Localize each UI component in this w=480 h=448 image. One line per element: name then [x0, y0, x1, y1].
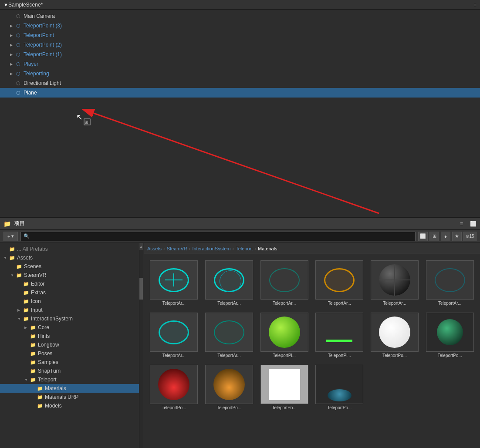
expand-arrow: ▶	[9, 71, 14, 76]
hierarchy-item-teleporting[interactable]: ▶ ⬡ Teleporting	[0, 69, 480, 78]
ftree-item-models[interactable]: 📁 Models	[0, 401, 139, 410]
project-tab-label[interactable]: 项目	[14, 220, 25, 227]
asset-item-ta4[interactable]: TeleportAr...	[314, 259, 365, 307]
hierarchy-item-player[interactable]: ▶ ⬡ Player	[0, 59, 480, 69]
ftree-item-samples[interactable]: 📁 Samples	[0, 358, 139, 367]
ftree-item-icon[interactable]: 📁 Icon	[0, 297, 139, 306]
asset-item-tp8[interactable]: TeleportPo...	[314, 363, 365, 412]
asset-thumb	[371, 260, 419, 300]
ftree-item-interaction-system[interactable]: ▼ 📁 InteractionSystem	[0, 314, 139, 323]
scroll-up-btn[interactable]: ▲	[139, 243, 143, 250]
hierarchy-item-main-camera[interactable]: ⬡ Main Camera	[0, 11, 480, 21]
ftree-item-longbow[interactable]: 📁 Longbow	[0, 340, 139, 349]
expand-arrow: ▼	[17, 317, 23, 321]
asset-thumb	[260, 260, 308, 300]
asset-thumb	[150, 365, 198, 404]
expand-arrow: ▶	[9, 42, 14, 47]
asset-item-ta3[interactable]: TeleportAr...	[258, 259, 310, 307]
ftree-item-snapturn[interactable]: 📁 SnapTurn	[0, 367, 139, 375]
asset-label: TeleportAr...	[328, 301, 351, 306]
ftree-item-assets[interactable]: ▼ 📁 Assets	[0, 253, 139, 262]
hierarchy-item-plane[interactable]: ⬡ Plane	[0, 88, 480, 98]
ftree-item-scenes[interactable]: 📁 Scenes	[0, 262, 139, 271]
asset-item-tp2[interactable]: TeleportPl...	[314, 311, 365, 360]
scene-name: SampleScene*	[8, 2, 43, 8]
cube-icon: ⬡	[15, 13, 22, 20]
asset-item-tp5[interactable]: TeleportPo...	[148, 363, 200, 412]
hierarchy-item-teleport-point-3[interactable]: ▶ ⬡ TeleportPoint (3)	[0, 21, 480, 30]
ftree-item-teleport[interactable]: ▼ 📁 Teleport	[0, 375, 139, 384]
breadcrumb-steamvr[interactable]: SteamVR	[167, 246, 187, 251]
ftree-item-materials[interactable]: 📁 Materials	[0, 384, 139, 393]
ftree-item-core[interactable]: ▶ 📁 Core	[0, 323, 139, 332]
ftree-label: Models	[45, 403, 62, 409]
ftree-label: InteractionSystem	[31, 316, 73, 322]
filter-icon[interactable]: ♦	[441, 232, 450, 241]
item-label: TeleportPoint (3)	[24, 23, 62, 29]
breadcrumb-teleport[interactable]: Teleport	[236, 246, 253, 251]
toolbar-icons-group: ⬜ ⊞ ♦ ★ ⊘15	[418, 232, 477, 241]
item-label: Teleporting	[24, 71, 49, 77]
search-box[interactable]: 🔍	[20, 232, 416, 241]
folder-icon: 📁	[23, 280, 30, 287]
search-input[interactable]	[31, 234, 412, 239]
asset-label: TeleportAr...	[217, 353, 240, 358]
asset-item-tp1[interactable]: TeleportPl...	[258, 311, 310, 360]
scrollbar-thumb[interactable]	[139, 278, 143, 300]
ftree-item-steamvr[interactable]: ▼ 📁 SteamVR	[0, 271, 139, 280]
add-button[interactable]: + ▾	[3, 232, 18, 241]
asset-item-ta6[interactable]: TeleportAr...	[424, 259, 476, 307]
project-body: 📁 ... All Prefabs ▼ 📁 Assets 📁 Scenes	[0, 243, 480, 448]
asset-thumb	[205, 313, 253, 352]
ftree-item-editor[interactable]: 📁 Editor	[0, 280, 139, 288]
maximize-icon[interactable]: ⬜	[470, 221, 477, 227]
hierarchy-menu-icon[interactable]: ≡	[474, 2, 477, 7]
ftree-label: Extras	[31, 290, 46, 296]
asset-item-ta8[interactable]: TeleportAr...	[203, 311, 255, 360]
size-icon[interactable]: ⊘15	[463, 232, 477, 241]
hierarchy-item-directional-light[interactable]: ⬡ Directional Light	[0, 78, 480, 88]
hierarchy-item-teleport-point-1[interactable]: ▶ ⬡ TeleportPoint (1)	[0, 50, 480, 59]
folder-icon: 📁	[30, 333, 37, 340]
breadcrumb-assets[interactable]: Assets	[147, 246, 162, 251]
asset-item-tp7[interactable]: TeleportPo...	[258, 363, 310, 412]
ftree-item-poses[interactable]: 📁 Poses	[0, 349, 139, 358]
grid-view-icon[interactable]: ⬜	[418, 232, 428, 241]
expand-arrow	[9, 13, 14, 19]
asset-item-ta7[interactable]: TeleportAr...	[148, 311, 200, 360]
list-view-icon[interactable]: ⊞	[429, 232, 439, 241]
expand-arrow: ▼	[10, 273, 16, 277]
ftree-label: Longbow	[38, 342, 59, 348]
cube-icon: ⬡	[15, 32, 22, 39]
folder-icon: 📁	[30, 341, 37, 348]
asset-item-ta5[interactable]: TeleportAr...	[369, 259, 421, 307]
asset-thumb	[315, 313, 363, 352]
asset-item-tp3[interactable]: TeleportPo...	[369, 311, 421, 360]
ftree-label: Input	[31, 307, 43, 313]
ftree-label: Editor	[31, 281, 44, 287]
file-tree-scrollbar[interactable]: ▲	[139, 243, 143, 448]
ftree-item-input[interactable]: ▶ 📁 Input	[0, 306, 139, 314]
hierarchy-item-teleport-point-2[interactable]: ▶ ⬡ TeleportPoint (2)	[0, 40, 480, 50]
asset-item-tp6[interactable]: TeleportPo...	[203, 363, 255, 412]
hierarchy-item-teleport-point[interactable]: ▶ ⬡ TeleportPoint	[0, 30, 480, 40]
ftree-label: Materials URP	[45, 394, 78, 400]
folder-icon: 📁	[37, 394, 44, 401]
breadcrumb-interaction-system[interactable]: InteractionSystem	[192, 246, 230, 251]
ftree-label: Hints	[38, 333, 50, 339]
folder-icon: 📁	[30, 324, 37, 331]
asset-item-ta1[interactable]: TeleportAr...	[148, 259, 200, 307]
project-menu-icon[interactable]: ≡	[460, 221, 463, 227]
asset-item-tp4[interactable]: TeleportPo...	[424, 311, 476, 360]
asset-thumb	[260, 365, 308, 404]
folder-icon: 📁	[16, 272, 23, 279]
ftree-item-extras[interactable]: 📁 Extras	[0, 288, 139, 297]
ftree-item-materials-urp[interactable]: 📁 Materials URP	[0, 393, 139, 401]
breadcrumb-sep4: ›	[254, 246, 256, 251]
folder-icon: 📁	[30, 376, 37, 383]
ftree-item-hints[interactable]: 📁 Hints	[0, 332, 139, 340]
asset-item-ta2[interactable]: TeleportAr...	[203, 259, 255, 307]
item-label: Plane	[24, 90, 37, 96]
ftree-item-all-prefabs[interactable]: 📁 ... All Prefabs	[0, 245, 139, 253]
favorite-icon[interactable]: ★	[452, 232, 462, 241]
